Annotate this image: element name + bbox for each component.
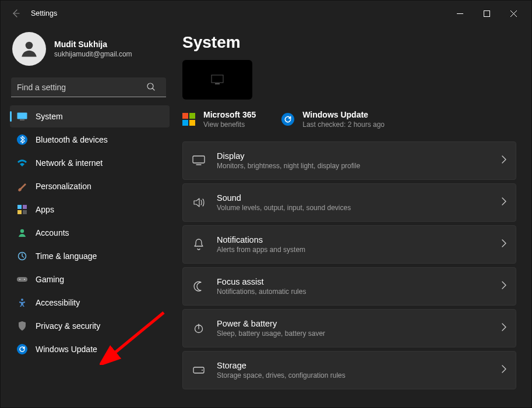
- svg-rect-18: [189, 113, 195, 119]
- sidebar-item-accounts[interactable]: Accounts: [10, 222, 170, 244]
- power-icon: [191, 323, 206, 334]
- card-focus[interactable]: Focus assist Notifications, automatic ru…: [182, 267, 516, 306]
- sidebar: Mudit Sukhija sukhijamudit@gmail.com Sys…: [1, 26, 175, 407]
- chevron-right-icon: [502, 197, 506, 208]
- svg-point-12: [19, 279, 20, 280]
- card-title: Display: [217, 151, 491, 161]
- display-icon: [191, 155, 206, 166]
- card-sub: Alerts from apps and system: [217, 246, 491, 254]
- avatar: [12, 32, 46, 66]
- svg-point-1: [26, 42, 33, 49]
- chevron-right-icon: [502, 323, 506, 334]
- card-title: Sound: [217, 193, 491, 203]
- chevron-right-icon: [502, 239, 506, 250]
- windows-update-link[interactable]: Windows Update Last checked: 2 hours ago: [281, 110, 385, 129]
- titlebar: Settings: [1, 1, 531, 26]
- svg-point-14: [21, 299, 23, 301]
- card-display[interactable]: Display Monitors, brightness, night ligh…: [182, 141, 516, 180]
- chevron-right-icon: [502, 281, 506, 292]
- svg-rect-0: [484, 10, 489, 16]
- card-sub: Monitors, brightness, night light, displ…: [217, 162, 491, 170]
- card-sub: Volume levels, output, input, sound devi…: [217, 204, 491, 212]
- card-storage[interactable]: Storage Storage space, drives, configura…: [182, 351, 516, 389]
- svg-rect-7: [17, 210, 22, 214]
- drive-icon: [191, 367, 206, 374]
- sound-icon: [191, 197, 206, 208]
- back-button[interactable]: [9, 6, 23, 20]
- sidebar-item-accessibility[interactable]: Accessibility: [10, 292, 170, 314]
- svg-rect-15: [212, 75, 223, 83]
- sidebar-item-label: Privacy & security: [36, 321, 100, 331]
- svg-rect-4: [20, 120, 24, 120]
- update-title: Windows Update: [302, 110, 385, 119]
- sidebar-item-privacy[interactable]: Privacy & security: [10, 315, 170, 337]
- svg-rect-21: [193, 156, 205, 163]
- ms365-title: Microsoft 365: [203, 110, 256, 119]
- svg-point-24: [202, 370, 203, 371]
- search-box[interactable]: [11, 77, 167, 97]
- sidebar-item-time[interactable]: Time & language: [10, 245, 170, 267]
- maximize-button[interactable]: [473, 4, 500, 23]
- person-icon: [17, 228, 27, 238]
- sidebar-item-label: Apps: [36, 205, 54, 214]
- sidebar-item-label: Bluetooth & devices: [36, 135, 108, 144]
- chevron-right-icon: [502, 155, 506, 166]
- svg-rect-8: [23, 210, 27, 214]
- sidebar-item-gaming[interactable]: Gaming: [10, 268, 170, 290]
- svg-rect-20: [189, 120, 195, 126]
- sidebar-item-label: Accounts: [36, 228, 69, 237]
- card-sub: Storage space, drives, configuration rul…: [217, 371, 491, 379]
- minimize-button[interactable]: [446, 4, 473, 23]
- svg-rect-11: [17, 277, 27, 282]
- sidebar-item-network[interactable]: Network & internet: [10, 152, 170, 174]
- main-content: System Microsoft 365 View benefits: [175, 26, 531, 407]
- gaming-icon: [17, 274, 27, 285]
- close-button[interactable]: [500, 4, 527, 23]
- user-name: Mudit Sukhija: [54, 40, 132, 49]
- sidebar-item-bluetooth[interactable]: Bluetooth & devices: [10, 129, 170, 151]
- page-title: System: [182, 33, 516, 52]
- user-card[interactable]: Mudit Sukhija sukhijamudit@gmail.com: [10, 26, 170, 76]
- update-sub: Last checked: 2 hours ago: [302, 120, 385, 129]
- sidebar-item-label: Windows Update: [36, 345, 97, 354]
- bell-icon: [191, 239, 206, 250]
- sidebar-item-label: System: [36, 112, 63, 121]
- svg-rect-5: [17, 205, 22, 209]
- system-icon: [17, 111, 27, 122]
- ms365-link[interactable]: Microsoft 365 View benefits: [182, 110, 256, 129]
- card-notifications[interactable]: Notifications Alerts from apps and syste…: [182, 225, 516, 264]
- svg-rect-19: [182, 120, 188, 126]
- sidebar-item-label: Personalization: [36, 182, 91, 191]
- svg-rect-3: [17, 113, 27, 119]
- card-title: Storage: [217, 361, 491, 370]
- chevron-right-icon: [502, 365, 506, 375]
- user-email: sukhijamudit@gmail.com: [54, 50, 132, 58]
- svg-rect-6: [23, 205, 27, 209]
- window-title: Settings: [31, 9, 57, 17]
- card-power[interactable]: Power & battery Sleep, battery usage, ba…: [182, 309, 516, 347]
- shield-icon: [17, 321, 27, 331]
- desktop-preview[interactable]: [182, 60, 252, 100]
- wifi-icon: [17, 158, 27, 168]
- settings-cards: Display Monitors, brightness, night ligh…: [182, 141, 516, 389]
- sidebar-item-apps[interactable]: Apps: [10, 198, 170, 221]
- svg-point-13: [24, 279, 25, 280]
- card-title: Notifications: [217, 235, 491, 244]
- card-title: Focus assist: [217, 277, 491, 286]
- sidebar-item-windows-update[interactable]: Windows Update: [10, 338, 170, 360]
- sidebar-item-label: Network & internet: [36, 158, 103, 168]
- sidebar-item-personalization[interactable]: Personalization: [10, 175, 170, 197]
- apps-icon: [17, 204, 27, 215]
- sidebar-item-system[interactable]: System: [10, 105, 170, 127]
- sidebar-item-label: Accessibility: [36, 298, 80, 307]
- refresh-icon: [17, 344, 27, 354]
- card-sound[interactable]: Sound Volume levels, output, input, soun…: [182, 183, 516, 222]
- search-input[interactable]: [11, 77, 166, 97]
- sidebar-item-label: Gaming: [36, 275, 64, 284]
- bluetooth-icon: [17, 134, 27, 145]
- brush-icon: [17, 181, 27, 191]
- svg-rect-16: [215, 83, 220, 84]
- ms365-icon: [182, 113, 195, 126]
- card-sub: Notifications, automatic rules: [217, 288, 491, 296]
- card-sub: Sleep, battery usage, battery saver: [217, 329, 491, 338]
